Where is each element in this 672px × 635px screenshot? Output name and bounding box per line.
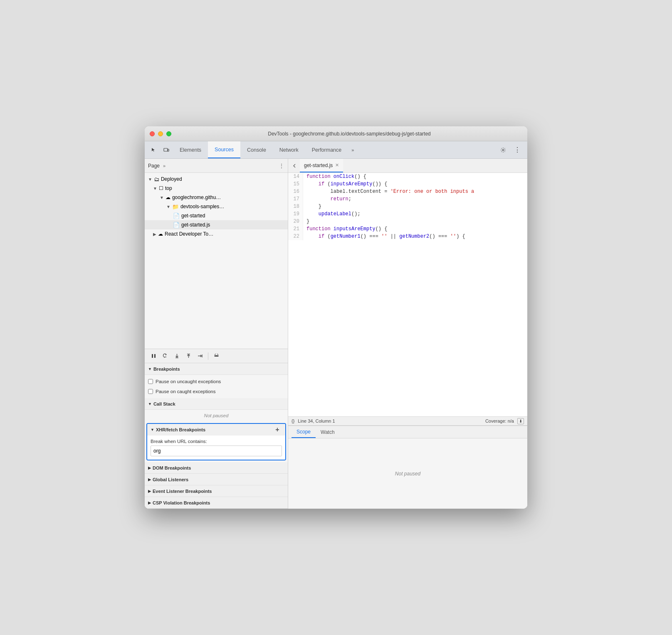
step-btn[interactable] bbox=[195, 351, 205, 362]
global-listeners-header[interactable]: ▶ Global Listeners bbox=[145, 474, 288, 485]
scope-tab-watch[interactable]: Watch bbox=[316, 426, 340, 438]
dom-arrow: ▶ bbox=[148, 466, 151, 470]
csp-label: CSP Violation Breakpoints bbox=[153, 500, 210, 505]
maximize-button[interactable] bbox=[166, 131, 171, 136]
tab-sources[interactable]: Sources bbox=[208, 141, 240, 158]
editor-tabs: get-started.js ✕ bbox=[288, 159, 527, 173]
main-tabs: Elements Sources Console Network Perform… bbox=[173, 141, 497, 158]
editor-tab-label: get-started.js bbox=[304, 162, 333, 168]
code-line-14: 14 function onClick() { bbox=[288, 173, 527, 180]
line-num-14: 14 bbox=[288, 173, 303, 180]
svg-rect-0 bbox=[164, 148, 168, 151]
tree-arrow-top: ▼ bbox=[153, 186, 157, 191]
deactivate-btn[interactable] bbox=[211, 351, 222, 362]
minimize-button[interactable] bbox=[158, 131, 163, 136]
step-over-btn[interactable] bbox=[160, 351, 170, 362]
call-stack-label: Call Stack bbox=[153, 401, 175, 406]
tree-item-googlechrome[interactable]: ▼ ☁ googlechrome.githu… bbox=[145, 193, 288, 202]
line-code-17: return; bbox=[303, 195, 351, 203]
line-code-18: } bbox=[303, 203, 321, 210]
left-panel: Page » ⋮ ▼ 🗂 Deployed ▼ ☐ top bbox=[145, 159, 288, 509]
xhr-arrow: ▼ bbox=[151, 428, 154, 432]
line-num-17: 17 bbox=[288, 195, 303, 203]
tree-label-deployed: Deployed bbox=[161, 176, 182, 182]
tree-item-devtools[interactable]: ▼ 📁 devtools-samples… bbox=[145, 202, 288, 211]
titlebar: DevTools - googlechrome.github.io/devtoo… bbox=[145, 126, 527, 141]
line-code-16: label.textContent = 'Error: one or both … bbox=[303, 188, 474, 195]
editor-tab-close[interactable]: ✕ bbox=[335, 162, 339, 168]
tab-console[interactable]: Console bbox=[240, 141, 273, 158]
scope-tabs: Scope Watch bbox=[288, 426, 527, 438]
debugger-panel: ▼ Breakpoints Pause on uncaught exceptio… bbox=[145, 349, 288, 509]
pause-uncaught-checkbox[interactable] bbox=[148, 379, 153, 384]
call-stack-section-header[interactable]: ▼ Call Stack bbox=[145, 398, 288, 410]
file-icon-gs: 📄 bbox=[173, 213, 180, 219]
code-editor[interactable]: 14 function onClick() { 15 if (inputsAre… bbox=[288, 173, 527, 416]
tree-item-deployed[interactable]: ▼ 🗂 Deployed bbox=[145, 175, 288, 184]
panel-header: Page » ⋮ bbox=[145, 159, 288, 173]
pause-caught-row[interactable]: Pause on caught exceptions bbox=[148, 386, 284, 396]
file-icon-gsjs: 📄 bbox=[173, 222, 180, 228]
pause-caught-checkbox[interactable] bbox=[148, 389, 153, 394]
call-stack-arrow: ▼ bbox=[148, 402, 152, 406]
settings-icon[interactable] bbox=[497, 144, 509, 156]
tab-elements[interactable]: Elements bbox=[173, 141, 208, 158]
pause-btn[interactable] bbox=[148, 351, 159, 362]
svg-rect-12 bbox=[214, 355, 218, 357]
debug-toolbar bbox=[145, 349, 288, 363]
code-line-21: 21 function inputsAreEmpty() { bbox=[288, 225, 527, 233]
tree-arrow-deployed: ▼ bbox=[148, 177, 152, 182]
xhr-input[interactable] bbox=[151, 445, 282, 456]
xhr-header[interactable]: ▼ XHR/fetch Breakpoints + bbox=[147, 424, 285, 436]
more-tabs-button[interactable]: » bbox=[348, 141, 357, 158]
tab-performance[interactable]: Performance bbox=[305, 141, 348, 158]
line-code-21: function inputsAreEmpty() { bbox=[303, 225, 387, 233]
main-content: Page » ⋮ ▼ 🗂 Deployed ▼ ☐ top bbox=[145, 159, 527, 509]
call-stack-status: Not paused bbox=[145, 410, 288, 421]
code-line-17: 17 return; bbox=[288, 195, 527, 203]
breakpoints-section-header[interactable]: ▼ Breakpoints bbox=[145, 363, 288, 375]
csp-header[interactable]: ▶ CSP Violation Breakpoints bbox=[145, 497, 288, 509]
tree-arrow-dt: ▼ bbox=[166, 204, 170, 209]
tree-item-react[interactable]: ▶ ☁ React Developer To… bbox=[145, 229, 288, 239]
line-num-18: 18 bbox=[288, 203, 303, 210]
panel-title: Page bbox=[148, 163, 160, 169]
tree-item-get-started[interactable]: 📄 get-started bbox=[145, 211, 288, 220]
line-code-20: } bbox=[303, 218, 309, 225]
close-button[interactable] bbox=[150, 131, 155, 136]
scope-content: Not paused bbox=[288, 438, 527, 509]
tree-item-get-started-js[interactable]: 📄 get-started.js bbox=[145, 220, 288, 229]
xhr-add-button[interactable]: + bbox=[273, 425, 282, 434]
line-num-22: 22 bbox=[288, 233, 303, 240]
line-num-19: 19 bbox=[288, 210, 303, 218]
code-line-18: 18 } bbox=[288, 203, 527, 210]
editor-tab-js[interactable]: get-started.js ✕ bbox=[300, 159, 343, 172]
xhr-label: XHR/fetch Breakpoints bbox=[156, 427, 205, 432]
event-listener-header[interactable]: ▶ Event Listener Breakpoints bbox=[145, 485, 288, 497]
scope-status: Not paused bbox=[395, 471, 420, 477]
step-into-btn[interactable] bbox=[171, 351, 182, 362]
breakpoints-content: Pause on uncaught exceptions Pause on ca… bbox=[145, 375, 288, 398]
svg-rect-3 bbox=[154, 354, 156, 358]
more-options-icon[interactable]: ⋮ bbox=[511, 144, 523, 156]
xhr-content: Break when URL contains: bbox=[147, 436, 285, 460]
scope-tab-scope[interactable]: Scope bbox=[292, 426, 316, 438]
step-out-btn[interactable] bbox=[183, 351, 194, 362]
tree-label-react: React Developer To… bbox=[165, 231, 213, 237]
device-toggle-icon[interactable] bbox=[161, 144, 172, 156]
tree-item-top[interactable]: ▼ ☐ top bbox=[145, 184, 288, 193]
line-num-21: 21 bbox=[288, 225, 303, 233]
editor-back-icon[interactable] bbox=[290, 161, 300, 171]
dom-breakpoints-header[interactable]: ▶ DOM Breakpoints bbox=[145, 462, 288, 474]
panel-more-arrow[interactable]: » bbox=[163, 163, 166, 168]
code-line-20: 20 } bbox=[288, 218, 527, 225]
cursor-icon[interactable] bbox=[148, 144, 160, 156]
pause-uncaught-row[interactable]: Pause on uncaught exceptions bbox=[148, 377, 284, 386]
tab-network[interactable]: Network bbox=[273, 141, 305, 158]
coverage-download-icon[interactable]: ⬇ bbox=[517, 418, 524, 424]
code-line-15: 15 if (inputsAreEmpty()) { bbox=[288, 180, 527, 188]
status-coverage: Coverage: n/a bbox=[485, 418, 514, 423]
panel-dots-menu[interactable]: ⋮ bbox=[279, 162, 284, 169]
status-curly: {} bbox=[292, 418, 294, 423]
svg-rect-1 bbox=[168, 149, 169, 151]
